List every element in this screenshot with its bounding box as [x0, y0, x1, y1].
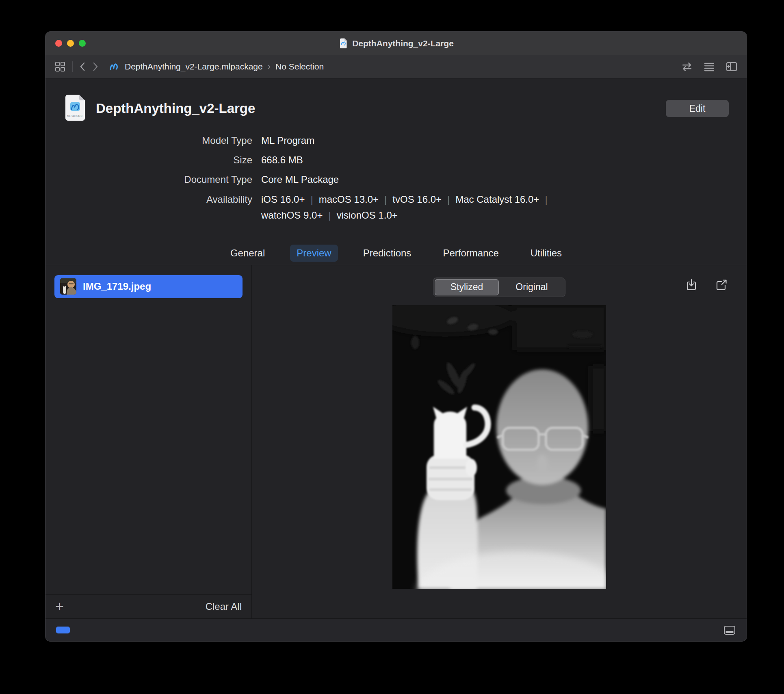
- meta-value: Core ML Package: [261, 173, 339, 186]
- meta-value: 668.6 MB: [261, 154, 303, 166]
- meta-row-document-type: Document Type Core ML Package: [63, 173, 729, 186]
- content-area: IMG_1719.jpeg + Clear All Stylized Origi…: [45, 265, 747, 618]
- clear-all-button[interactable]: Clear All: [206, 601, 242, 612]
- open-external-icon[interactable]: [715, 278, 728, 291]
- tab-bar: General Preview Predictions Performance …: [45, 241, 747, 265]
- close-button[interactable]: [55, 40, 62, 47]
- page-title: DepthAnything_v2-Large: [96, 101, 255, 116]
- sidebar-footer: + Clear All: [45, 594, 251, 618]
- toolbar-divider: [72, 61, 73, 72]
- breadcrumb-package[interactable]: DepthAnything_v2-Large.mlpackage: [125, 62, 263, 72]
- breadcrumb-selection[interactable]: No Selection: [275, 62, 324, 72]
- tab-preview[interactable]: Preview: [290, 245, 338, 262]
- navigator-grid-icon[interactable]: [54, 61, 66, 72]
- pipe-separator: |: [447, 194, 450, 205]
- desktop-background: DepthAnything_v2-Large: [0, 0, 784, 694]
- meta-row-model-type: Model Type ML Program: [63, 134, 729, 147]
- tab-general[interactable]: General: [224, 245, 271, 262]
- meta-label: Model Type: [63, 134, 252, 147]
- pipe-separator: |: [545, 194, 547, 205]
- meta-label: Availability: [63, 193, 252, 225]
- file-name: IMG_1719.jpeg: [83, 281, 151, 292]
- title-bar: DepthAnything_v2-Large: [45, 32, 747, 55]
- window-title: DepthAnything_v2-Large: [352, 39, 454, 48]
- breadcrumb: DepthAnything_v2-Large.mlpackage › No Se…: [109, 61, 324, 72]
- availability-item: iOS 16.0+: [261, 194, 305, 205]
- segment-stylized[interactable]: Stylized: [435, 279, 499, 295]
- depth-map-preview-image: [392, 305, 606, 589]
- availability-item: Mac Catalyst 16.0+: [455, 194, 539, 205]
- editor-options-lines-icon[interactable]: [704, 61, 715, 72]
- forward-chevron-icon[interactable]: [92, 61, 99, 72]
- tab-utilities[interactable]: Utilities: [524, 245, 568, 262]
- availability-item: macOS 13.0+: [319, 194, 379, 205]
- toolbar: DepthAnything_v2-Large.mlpackage › No Se…: [45, 55, 747, 79]
- availability-values: iOS 16.0+|macOS 13.0+|tvOS 16.0+|Mac Cat…: [261, 193, 553, 225]
- file-thumbnail: [60, 278, 76, 295]
- pipe-separator: |: [328, 210, 331, 221]
- meta-value: ML Program: [261, 134, 314, 147]
- edit-button[interactable]: Edit: [666, 100, 729, 117]
- back-chevron-icon[interactable]: [79, 61, 86, 72]
- add-editor-icon[interactable]: [726, 61, 738, 72]
- preview-file-sidebar: IMG_1719.jpeg + Clear All: [45, 265, 252, 618]
- traffic-lights: [55, 32, 86, 55]
- meta-label: Size: [63, 154, 252, 166]
- pipe-separator: |: [384, 194, 387, 205]
- tab-predictions[interactable]: Predictions: [357, 245, 418, 262]
- style-segmented-control: Stylized Original: [433, 278, 565, 297]
- availability-line-2: watchOS 9.0+|visionOS 1.0+: [261, 209, 553, 221]
- mlpackage-icon: MLPACKAGE: [63, 93, 87, 124]
- pipe-separator: |: [310, 194, 313, 205]
- coreml-model-icon: [109, 62, 120, 71]
- meta-row-availability: Availability iOS 16.0+|macOS 13.0+|tvOS …: [63, 193, 729, 225]
- bottom-bar: [45, 618, 747, 641]
- swap-arrows-icon[interactable]: [681, 61, 693, 72]
- meta-row-size: Size 668.6 MB: [63, 154, 729, 166]
- add-image-button[interactable]: +: [55, 599, 64, 614]
- mlpackage-icon-caption: MLPACKAGE: [67, 115, 84, 117]
- model-header: MLPACKAGE DepthAnything_v2-Large Edit Mo…: [45, 79, 747, 236]
- segment-original[interactable]: Original: [500, 279, 564, 295]
- tab-performance[interactable]: Performance: [436, 245, 505, 262]
- zoom-button[interactable]: [79, 40, 86, 47]
- availability-line-1: iOS 16.0+|macOS 13.0+|tvOS 16.0+|Mac Cat…: [261, 193, 553, 206]
- breadcrumb-chevron: ›: [268, 61, 271, 72]
- preview-pane: Stylized Original: [252, 265, 747, 618]
- availability-item: tvOS 16.0+: [392, 194, 442, 205]
- document-icon: [338, 38, 348, 49]
- metadata: Model Type ML Program Size 668.6 MB Docu…: [63, 134, 729, 225]
- coreml-model-window: DepthAnything_v2-Large: [45, 32, 747, 641]
- availability-item: watchOS 9.0+: [261, 210, 323, 221]
- file-row-selected[interactable]: IMG_1719.jpeg: [54, 275, 243, 298]
- minimize-button[interactable]: [67, 40, 74, 47]
- meta-label: Document Type: [63, 173, 252, 186]
- download-icon[interactable]: [685, 278, 698, 291]
- activity-indicator: [56, 627, 70, 633]
- availability-item: visionOS 1.0+: [337, 210, 398, 221]
- toggle-bottom-bar-icon[interactable]: [723, 625, 736, 636]
- file-list: IMG_1719.jpeg: [45, 265, 251, 594]
